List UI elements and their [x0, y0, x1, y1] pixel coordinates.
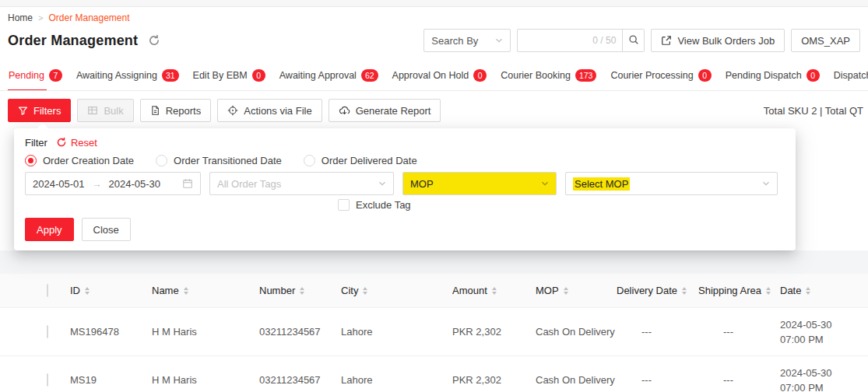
tab-label: Approval On Hold: [392, 70, 469, 81]
tab-pending-dispatch[interactable]: Pending Dispatch 0: [723, 62, 822, 90]
cell-mop: Cash On Delivery: [536, 374, 617, 386]
breadcrumb-current[interactable]: Order Management: [48, 12, 129, 23]
cell-name: H M Haris: [152, 326, 259, 338]
filters-button[interactable]: Filters: [8, 99, 71, 122]
count-badge: 31: [162, 69, 179, 82]
refresh-icon[interactable]: [148, 34, 160, 47]
count-badge: 0: [807, 69, 820, 82]
column-label: Delivery Date: [617, 285, 677, 296]
tab-label: Dispatched Orders: [834, 70, 868, 81]
filter-panel-actions: Apply Close: [25, 218, 785, 241]
column-header-delivery-date[interactable]: Delivery Date: [617, 285, 698, 296]
oms-xap-button[interactable]: OMS_XAP: [791, 29, 860, 52]
column-header-name[interactable]: Name: [152, 285, 259, 296]
table-header-row: ID Name Number City Amount MOP Delivery …: [0, 274, 868, 308]
radio-label: Order Creation Date: [43, 155, 134, 166]
cell-shipping-area: ---: [698, 374, 780, 386]
page-title: Order Management: [8, 33, 138, 49]
order-tags-select[interactable]: All Order Tags: [209, 172, 394, 195]
search-input[interactable]: [518, 30, 592, 51]
radio-order-transitioned-date[interactable]: Order Transitioned Date: [156, 155, 282, 166]
column-header-date[interactable]: Date: [780, 285, 868, 296]
chevron-down-icon: [762, 180, 770, 187]
tab-label: Courier Booking: [501, 70, 571, 81]
column-header-amount[interactable]: Amount: [452, 285, 536, 296]
search-input-group: 0 / 50: [517, 29, 645, 52]
mop-field-value: MOP: [410, 178, 434, 190]
tab-label: Edit By EBM: [193, 70, 248, 81]
filter-panel: Filter Reset Order Creation Date Order T…: [14, 128, 796, 250]
filter-icon: [18, 106, 28, 116]
tab-edit-by-ebm[interactable]: Edit By EBM 0: [191, 62, 268, 90]
column-header-shipping-area[interactable]: Shipping Area: [698, 285, 780, 296]
radio-label: Order Delivered Date: [322, 155, 417, 166]
row-checkbox[interactable]: [47, 373, 48, 387]
tab-label: Courier Processing: [610, 70, 693, 81]
tab-label: Pending Dispatch: [726, 70, 802, 81]
tab-pending[interactable]: Pending 7: [6, 62, 65, 90]
search-button[interactable]: [622, 30, 644, 51]
cell-name: H M Haris: [152, 374, 259, 386]
column-header-number[interactable]: Number: [259, 285, 341, 296]
reset-button[interactable]: Reset: [56, 137, 97, 149]
apply-button[interactable]: Apply: [25, 218, 74, 241]
filter-panel-header: Filter Reset: [25, 136, 785, 149]
tab-approval-on-hold[interactable]: Approval On Hold 0: [390, 62, 490, 90]
cell-shipping-area: ---: [698, 326, 780, 338]
actions-via-file-label: Actions via File: [244, 105, 311, 117]
tab-label: Pending: [9, 70, 44, 81]
target-icon: [227, 105, 238, 116]
date-from-value[interactable]: 2024-05-01: [33, 178, 85, 190]
date-value: 2024-05-30: [780, 317, 868, 332]
sort-icon: [363, 287, 367, 295]
count-badge: 0: [252, 69, 265, 82]
radio-order-creation-date[interactable]: Order Creation Date: [25, 155, 134, 166]
bulk-button[interactable]: Bulk: [77, 99, 133, 122]
sort-icon: [300, 287, 304, 295]
close-button[interactable]: Close: [82, 218, 131, 241]
view-bulk-orders-button[interactable]: View Bulk Orders Job: [651, 29, 785, 52]
tab-awaiting-assigning[interactable]: Awaiting Assigning 31: [74, 62, 181, 90]
table-row[interactable]: MS19 H M Haris 03211234567 Lahore PKR 2,…: [0, 356, 868, 392]
cell-date: 2024-05-30 07:00 PM: [780, 366, 868, 392]
oms-xap-label: OMS_XAP: [801, 35, 850, 47]
generate-report-button[interactable]: Generate Report: [329, 99, 441, 122]
cloud-download-icon: [339, 105, 350, 116]
mop-field-select[interactable]: MOP: [402, 172, 557, 195]
column-header-mop[interactable]: MOP: [536, 285, 617, 296]
count-badge: 7: [49, 69, 62, 82]
date-range-picker[interactable]: 2024-05-01 → 2024-05-30: [25, 172, 201, 195]
sort-icon: [184, 287, 188, 295]
cell-id: MS196478: [70, 326, 152, 338]
tab-courier-booking[interactable]: Courier Booking 173: [498, 62, 599, 90]
date-to-value[interactable]: 2024-05-30: [109, 178, 161, 190]
select-mop-select[interactable]: Select MOP: [565, 172, 778, 195]
tab-awaiting-approval[interactable]: Awaiting Approval 62: [277, 62, 381, 90]
radio-order-delivered-date[interactable]: Order Delivered Date: [304, 155, 417, 166]
count-badge: 0: [473, 69, 487, 82]
breadcrumb-home-link[interactable]: Home: [8, 12, 33, 23]
column-header-city[interactable]: City: [341, 285, 452, 296]
exclude-tag-checkbox[interactable]: [338, 199, 350, 211]
toolbar: Filters Bulk Reports Actions via File Ge…: [0, 99, 868, 122]
time-value: 07:00 PM: [780, 332, 868, 347]
sort-icon: [492, 287, 497, 295]
column-label: MOP: [536, 285, 559, 296]
count-badge: 173: [575, 69, 597, 82]
view-bulk-orders-label: View Bulk Orders Job: [677, 35, 775, 47]
column-label: City: [341, 285, 358, 296]
reports-button[interactable]: Reports: [140, 99, 212, 122]
table-row[interactable]: MS196478 H M Haris 03211234567 Lahore PK…: [0, 308, 868, 356]
actions-via-file-button[interactable]: Actions via File: [217, 99, 322, 122]
tab-dispatched-orders[interactable]: Dispatched Orders 106: [831, 62, 868, 90]
tab-courier-processing[interactable]: Courier Processing 0: [608, 62, 713, 90]
count-badge: 0: [698, 69, 712, 82]
row-checkbox[interactable]: [47, 325, 48, 338]
exclude-tag-option[interactable]: Exclude Tag: [338, 199, 785, 211]
search-by-select[interactable]: Search By: [423, 29, 511, 52]
sort-icon: [564, 287, 568, 295]
column-header-id[interactable]: ID: [70, 285, 152, 296]
select-all-checkbox[interactable]: [47, 284, 48, 297]
cell-delivery-date: ---: [617, 374, 698, 386]
tab-label: Awaiting Approval: [279, 70, 357, 81]
